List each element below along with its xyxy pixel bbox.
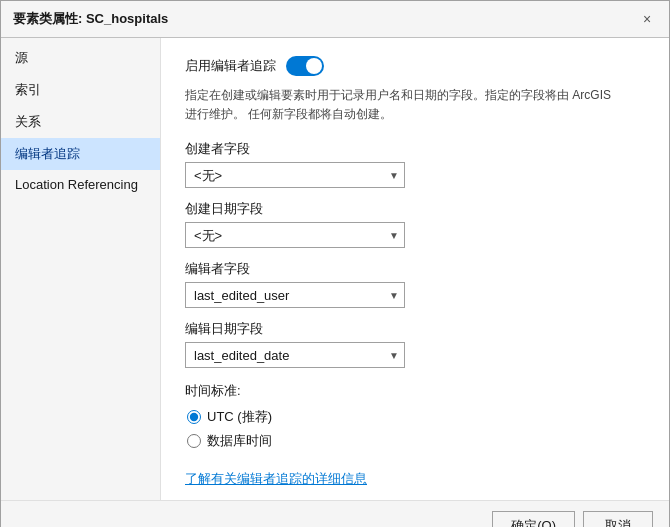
editor-field-select[interactable]: last_edited_user — [185, 282, 405, 308]
edited-date-field-group: 编辑日期字段 last_edited_date ▼ — [185, 320, 645, 368]
sidebar: 源索引关系编辑者追踪Location Referencing — [1, 38, 161, 500]
creator-field-select[interactable]: <无> — [185, 162, 405, 188]
editor-tracking-toggle[interactable] — [286, 56, 324, 76]
db-time-radio-row[interactable]: 数据库时间 — [187, 432, 645, 450]
editor-tracking-info-link[interactable]: 了解有关编辑者追踪的详细信息 — [185, 471, 367, 486]
created-date-field-select-wrapper: <无> ▼ — [185, 222, 405, 248]
ok-button[interactable]: 确定(O) — [492, 511, 575, 527]
created-date-field-group: 创建日期字段 <无> ▼ — [185, 200, 645, 248]
db-time-radio[interactable] — [187, 434, 201, 448]
toggle-track — [286, 56, 324, 76]
created-date-field-label: 创建日期字段 — [185, 200, 645, 218]
toggle-row: 启用编辑者追踪 — [185, 56, 645, 76]
cancel-button[interactable]: 取消 — [583, 511, 653, 527]
dialog-title: 要素类属性: SC_hospitals — [13, 10, 168, 28]
close-button[interactable]: × — [637, 9, 657, 29]
sidebar-item-index[interactable]: 索引 — [1, 74, 160, 106]
toggle-knob — [306, 58, 322, 74]
dialog-footer: 确定(O) 取消 — [1, 500, 669, 527]
time-standard-section: 时间标准: UTC (推荐) 数据库时间 — [185, 382, 645, 450]
creator-field-select-wrapper: <无> ▼ — [185, 162, 405, 188]
dialog-body: 源索引关系编辑者追踪Location Referencing 启用编辑者追踪 指… — [1, 38, 669, 500]
edited-date-field-label: 编辑日期字段 — [185, 320, 645, 338]
creator-field-label: 创建者字段 — [185, 140, 645, 158]
sidebar-item-source[interactable]: 源 — [1, 42, 160, 74]
sidebar-item-location-referencing[interactable]: Location Referencing — [1, 170, 160, 199]
utc-radio-row[interactable]: UTC (推荐) — [187, 408, 645, 426]
description-text: 指定在创建或编辑要素时用于记录用户名和日期的字段。指定的字段将由 ArcGIS … — [185, 86, 615, 124]
dialog-window: 要素类属性: SC_hospitals × 源索引关系编辑者追踪Location… — [0, 0, 670, 527]
sidebar-item-editor-tracking[interactable]: 编辑者追踪 — [1, 138, 160, 170]
title-bar: 要素类属性: SC_hospitals × — [1, 1, 669, 38]
utc-label: UTC (推荐) — [207, 408, 272, 426]
db-time-label: 数据库时间 — [207, 432, 272, 450]
edited-date-field-select-wrapper: last_edited_date ▼ — [185, 342, 405, 368]
created-date-field-select[interactable]: <无> — [185, 222, 405, 248]
content-area: 启用编辑者追踪 指定在创建或编辑要素时用于记录用户名和日期的字段。指定的字段将由… — [161, 38, 669, 500]
utc-radio[interactable] — [187, 410, 201, 424]
editor-field-group: 编辑者字段 last_edited_user ▼ — [185, 260, 645, 308]
edited-date-field-select[interactable]: last_edited_date — [185, 342, 405, 368]
time-radio-group: UTC (推荐) 数据库时间 — [187, 408, 645, 450]
info-link-row: 了解有关编辑者追踪的详细信息 — [185, 470, 645, 488]
editor-field-select-wrapper: last_edited_user ▼ — [185, 282, 405, 308]
toggle-label: 启用编辑者追踪 — [185, 57, 276, 75]
creator-field-group: 创建者字段 <无> ▼ — [185, 140, 645, 188]
sidebar-item-relation[interactable]: 关系 — [1, 106, 160, 138]
editor-field-label: 编辑者字段 — [185, 260, 645, 278]
time-standard-label: 时间标准: — [185, 382, 645, 400]
